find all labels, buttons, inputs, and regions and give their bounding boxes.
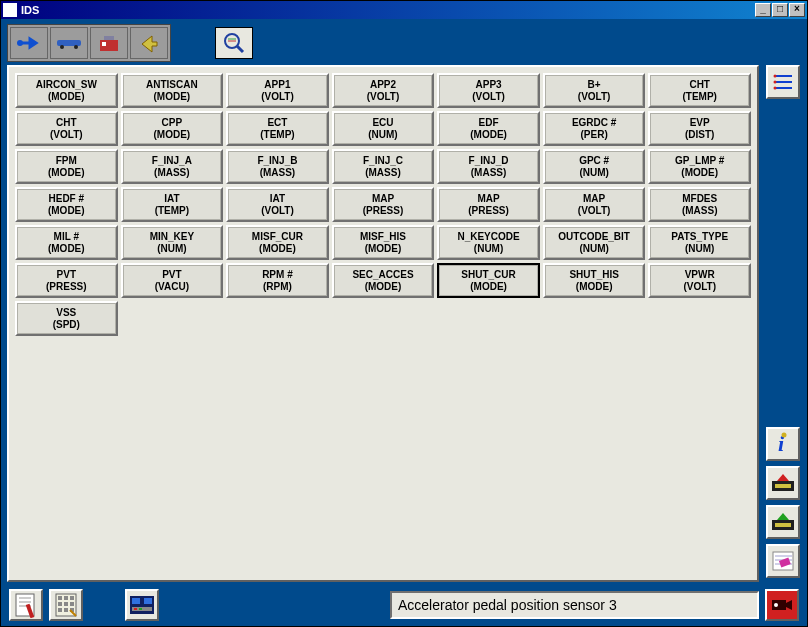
param-button[interactable]: SHUT_HIS(MODE) <box>543 263 646 298</box>
svg-rect-6 <box>102 42 106 46</box>
status-bar: Accelerator pedal position sensor 3 <box>3 586 805 624</box>
param-name: VSS <box>56 307 76 319</box>
param-button[interactable]: GPC #(NUM) <box>543 149 646 184</box>
param-unit: (NUM) <box>579 167 608 179</box>
param-button[interactable]: EDF(MODE) <box>437 111 540 146</box>
info-button[interactable]: i <box>766 427 800 461</box>
param-name: HEDF # <box>49 193 85 205</box>
maximize-button[interactable]: □ <box>772 3 788 17</box>
param-unit: (MODE) <box>365 243 402 255</box>
param-button[interactable]: MIN_KEY(NUM) <box>121 225 224 260</box>
param-unit: (MASS) <box>365 167 401 179</box>
param-button[interactable]: F_INJ_C(MASS) <box>332 149 435 184</box>
param-button[interactable]: CPP(MODE) <box>121 111 224 146</box>
param-button[interactable]: FPM(MODE) <box>15 149 118 184</box>
svg-rect-41 <box>64 608 68 612</box>
param-button[interactable]: IAT(VOLT) <box>226 187 329 222</box>
param-button[interactable]: SHUT_CUR(MODE) <box>437 263 540 298</box>
param-button[interactable]: APP1(VOLT) <box>226 73 329 108</box>
keypad-button[interactable] <box>49 589 83 621</box>
datalogger-tab[interactable] <box>215 27 253 59</box>
param-button[interactable]: AIRCON_SW(MODE) <box>15 73 118 108</box>
clear-button[interactable] <box>766 544 800 578</box>
param-unit: (SPD) <box>53 319 80 331</box>
param-unit: (MODE) <box>48 205 85 217</box>
recorder-button[interactable] <box>125 589 159 621</box>
param-button[interactable]: CHT(VOLT) <box>15 111 118 146</box>
keypad-icon <box>54 592 78 618</box>
param-button[interactable]: APP3(VOLT) <box>437 73 540 108</box>
record-button[interactable] <box>765 589 799 621</box>
vehicle-button[interactable] <box>50 27 88 59</box>
param-button[interactable]: F_INJ_D(MASS) <box>437 149 540 184</box>
param-name: ECU <box>372 117 393 129</box>
parameter-panel: AIRCON_SW(MODE)ANTISCAN(MODE)APP1(VOLT)A… <box>7 65 759 582</box>
toolbox-button[interactable] <box>90 27 128 59</box>
param-button[interactable]: SEC_ACCES(MODE) <box>332 263 435 298</box>
drive-green-icon <box>770 510 796 534</box>
param-name: SHUT_HIS <box>569 269 618 281</box>
param-button[interactable]: PVT(PRESS) <box>15 263 118 298</box>
svg-rect-20 <box>775 484 791 488</box>
param-unit: (TEMP) <box>155 205 189 217</box>
param-button[interactable]: GP_LMP #(MODE) <box>648 149 751 184</box>
param-unit: (NUM) <box>157 243 186 255</box>
param-button[interactable]: EVP(DIST) <box>648 111 751 146</box>
param-button[interactable]: VSS(SPD) <box>15 301 118 336</box>
param-button[interactable]: MFDES(MASS) <box>648 187 751 222</box>
param-button[interactable]: N_KEYCODE(NUM) <box>437 225 540 260</box>
param-unit: (PRESS) <box>46 281 87 293</box>
param-button[interactable]: MAP(VOLT) <box>543 187 646 222</box>
back-button[interactable] <box>130 27 168 59</box>
param-unit: (MASS) <box>260 167 296 179</box>
param-button[interactable]: IAT(TEMP) <box>121 187 224 222</box>
list-view-button[interactable] <box>766 65 800 99</box>
param-unit: (VOLT) <box>472 91 505 103</box>
param-button[interactable]: RPM #(RPM) <box>226 263 329 298</box>
param-button[interactable]: MAP(PRESS) <box>332 187 435 222</box>
param-button[interactable]: ECT(TEMP) <box>226 111 329 146</box>
param-unit: (MASS) <box>682 205 718 217</box>
svg-rect-36 <box>70 596 74 600</box>
plug-icon <box>16 33 42 53</box>
svg-point-3 <box>74 45 78 49</box>
param-unit: (VACU) <box>155 281 189 293</box>
param-button[interactable]: B+(VOLT) <box>543 73 646 108</box>
eject-red-button[interactable] <box>766 466 800 500</box>
param-button[interactable]: VPWR(VOLT) <box>648 263 751 298</box>
param-button[interactable]: F_INJ_A(MASS) <box>121 149 224 184</box>
param-unit: (RPM) <box>263 281 292 293</box>
param-button[interactable]: CHT(TEMP) <box>648 73 751 108</box>
param-button[interactable]: MISF_HIS(MODE) <box>332 225 435 260</box>
param-button[interactable]: EGRDC #(PER) <box>543 111 646 146</box>
param-name: F_INJ_A <box>152 155 192 167</box>
info-icon: i <box>774 431 792 457</box>
param-button[interactable]: OUTCODE_BIT(NUM) <box>543 225 646 260</box>
param-name: N_KEYCODE <box>457 231 519 243</box>
svg-point-18 <box>782 433 787 438</box>
param-unit: (MASS) <box>471 167 507 179</box>
param-unit: (NUM) <box>368 129 397 141</box>
param-button[interactable]: ANTISCAN(MODE) <box>121 73 224 108</box>
close-button[interactable]: × <box>789 3 805 17</box>
eject-green-button[interactable] <box>766 505 800 539</box>
param-button[interactable]: MAP(PRESS) <box>437 187 540 222</box>
param-button[interactable]: HEDF #(MODE) <box>15 187 118 222</box>
param-button[interactable]: APP2(VOLT) <box>332 73 435 108</box>
param-name: MAP <box>477 193 499 205</box>
param-button[interactable]: PATS_TYPE(NUM) <box>648 225 751 260</box>
worksheet-button[interactable] <box>9 589 43 621</box>
param-button[interactable]: PVT(VACU) <box>121 263 224 298</box>
svg-point-15 <box>774 81 777 84</box>
param-button[interactable]: F_INJ_B(MASS) <box>226 149 329 184</box>
param-name: SHUT_CUR <box>461 269 515 281</box>
param-button[interactable]: MISF_CUR(MODE) <box>226 225 329 260</box>
minimize-button[interactable]: _ <box>755 3 771 17</box>
svg-point-0 <box>17 40 23 46</box>
param-name: PVT <box>162 269 181 281</box>
param-button[interactable]: ECU(NUM) <box>332 111 435 146</box>
param-button[interactable]: MIL #(MODE) <box>15 225 118 260</box>
list-icon <box>772 72 794 92</box>
param-unit: (MODE) <box>259 243 296 255</box>
plug-button[interactable] <box>10 27 48 59</box>
